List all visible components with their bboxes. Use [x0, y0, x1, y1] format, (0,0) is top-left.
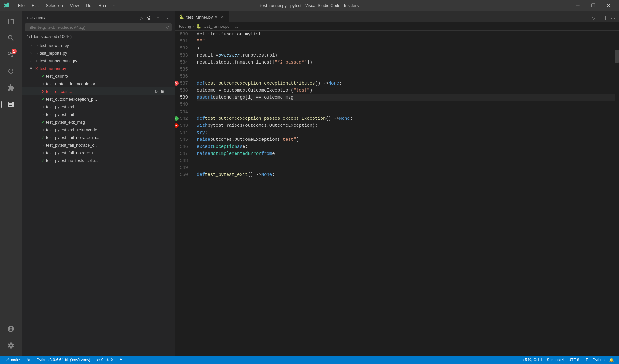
status-sync[interactable]: ↻	[25, 356, 32, 364]
run-all-tests-button[interactable]: ▷	[138, 14, 145, 21]
split-editor-button[interactable]	[599, 14, 607, 22]
status-notifications[interactable]: 🔔	[607, 358, 616, 362]
filter-icon[interactable]: ▽	[166, 25, 169, 30]
tree-item-test-pytest-fail[interactable]: ○ test_pytest_fail	[22, 110, 175, 118]
tree-item-test-pytest-no-tests[interactable]: ✓ test_pytest_no_tests_colle...	[22, 156, 175, 164]
code-editor[interactable]: 530 531 532 533 534 535	[175, 31, 619, 356]
activity-bar: 1	[0, 11, 22, 356]
activity-item-explorer[interactable]	[3, 14, 19, 29]
status-eol[interactable]: LF	[582, 358, 590, 362]
tree-item-label: test_pytest_fail_notrace_c...	[46, 143, 175, 148]
gutter-541: 541	[175, 108, 190, 115]
status-icon: ○	[34, 44, 40, 47]
tree-item-label: test_outcom...	[46, 89, 154, 94]
python-file-icon: 🐍	[179, 14, 184, 19]
activity-item-account[interactable]	[3, 321, 19, 337]
more-tab-actions-button[interactable]: ···	[609, 14, 617, 22]
tab-test-runner[interactable]: 🐍 test_runner.py M ✕	[175, 11, 229, 22]
chevron-icon: ∨	[28, 66, 34, 71]
fail-status-icon: ✕	[34, 66, 40, 71]
debug-all-tests-button[interactable]	[146, 14, 153, 21]
line-num-531: 531	[180, 38, 188, 45]
more-actions-button[interactable]: ···	[163, 14, 170, 21]
tree-item-test-runner-xunit[interactable]: › ○ test_runner_xunit.py	[22, 57, 175, 64]
tree-item-test-outcom[interactable]: ✕ test_outcom... ▷ ⬚	[22, 87, 175, 95]
breadcrumb-workspace[interactable]: testing	[179, 24, 191, 29]
gutter-540: 540	[175, 101, 190, 108]
tree-item-test-reports[interactable]: › ○ test_reports.py	[22, 49, 175, 57]
status-python[interactable]: Python 3.9.6 64-bit ('env': venv)	[35, 356, 92, 364]
line-num-547: 547	[180, 150, 188, 157]
line-num-544: 544	[180, 129, 188, 136]
tab-bar: 🐍 test_runner.py M ✕ ▷ ···	[175, 11, 619, 22]
run-test-button[interactable]: ▷	[154, 88, 159, 94]
status-encoding[interactable]: UTF-8	[567, 358, 581, 362]
tree-item-label: test_pytest_exit	[46, 104, 175, 109]
code-line-546: except Exception as e:	[197, 143, 615, 150]
tree-item-test-pytest-exit-msg[interactable]: ✓ test_pytest_exit_msg	[22, 118, 175, 126]
line-num-549: 549	[180, 164, 188, 171]
tree-item-test-pytest-fail-notrace-ru[interactable]: ✓ test_pytest_fail_notrace_ru...	[22, 133, 175, 141]
activity-item-settings[interactable]	[3, 338, 19, 353]
line-num-533: 533	[180, 52, 188, 59]
maximize-button[interactable]: ❐	[586, 0, 600, 11]
breadcrumb-file[interactable]: test_runner.py	[203, 24, 229, 29]
line-num-530: 530	[180, 31, 188, 38]
activity-item-source-control[interactable]: 1	[3, 47, 19, 62]
menu-go[interactable]: Go	[83, 2, 95, 9]
tab-bar-actions: ▷ ···	[588, 14, 619, 22]
tree-item-test-runner[interactable]: ∨ ✕ test_runner.py	[22, 64, 175, 72]
tree-item-test-callinfo[interactable]: ✓ test_callinfo	[22, 72, 175, 80]
status-errors[interactable]: ⊗ 0 ⚠ 0	[95, 356, 115, 364]
menu-view[interactable]: View	[67, 2, 82, 9]
activity-item-run-debug[interactable]	[3, 64, 19, 79]
code-line-532: )	[197, 45, 615, 52]
gutter-547: 547	[175, 150, 190, 157]
status-spaces[interactable]: Spaces: 4	[545, 358, 566, 362]
minimize-button[interactable]: ─	[570, 0, 585, 11]
activity-item-extensions[interactable]	[3, 80, 19, 95]
tree-item-test-pytest-exit-returncode[interactable]: ○ test_pytest_exit_returncode	[22, 126, 175, 133]
status-cursor-pos[interactable]: Ln 540, Col 1	[518, 358, 544, 362]
breadcrumb-more[interactable]: ...	[235, 24, 238, 29]
close-button[interactable]: ✕	[601, 0, 616, 11]
editor-scrollbar[interactable]	[615, 31, 619, 356]
status-branch[interactable]: ⎇ main*	[3, 356, 23, 364]
line-num-545: 545	[180, 136, 188, 143]
line-num-548: 548	[180, 157, 188, 164]
gutter-539: 539	[175, 94, 190, 101]
menu-more[interactable]: ···	[110, 2, 120, 9]
status-icon: ○	[34, 59, 40, 63]
line-num-546: 546	[180, 143, 188, 150]
filter-input[interactable]	[27, 25, 166, 30]
code-content[interactable]: del item.function.mylist """ ) result = …	[194, 31, 615, 356]
line-num-541: 541	[180, 108, 188, 115]
run-file-button[interactable]: ▷	[590, 14, 598, 22]
tree-item-test-outcomeexception-p[interactable]: ✓ test_outcomeexception_p...	[22, 95, 175, 103]
menu-run[interactable]: Run	[95, 2, 109, 9]
tree-item-label: test_recwarn.py	[40, 43, 175, 48]
status-debug[interactable]: ⚑	[117, 356, 125, 364]
refresh-tests-button[interactable]: ↕	[154, 14, 161, 21]
gutter-532: 532	[175, 45, 190, 52]
activity-item-search[interactable]	[3, 30, 19, 46]
filter-bar: ▽	[25, 23, 172, 31]
activity-item-testing[interactable]	[3, 97, 19, 112]
menu-selection[interactable]: Selection	[43, 2, 66, 9]
editor-area: 🐍 test_runner.py M ✕ ▷ ··· testing › 🐍 t…	[175, 11, 619, 356]
code-line-550: def test_pytest_exit() -> None:	[197, 171, 615, 178]
status-language[interactable]: Python	[591, 358, 607, 362]
tree-item-test-pytest-fail-notrace-c[interactable]: ○ test_pytest_fail_notrace_c...	[22, 141, 175, 149]
tree-item-test-runtest-in-module[interactable]: ○ test_runtest_in_module_or...	[22, 80, 175, 87]
tab-close-button[interactable]: ✕	[220, 14, 225, 20]
debug-test-button[interactable]	[160, 88, 166, 94]
menu-edit[interactable]: Edit	[28, 2, 42, 9]
tree-item-label: test_reports.py	[40, 51, 175, 56]
tree-item-label: test_pytest_exit_msg	[46, 120, 175, 125]
tree-item-test-recwarn[interactable]: › ○ test_recwarn.py	[22, 42, 175, 49]
code-line-530: del item.function.mylist	[197, 31, 615, 38]
tree-item-test-pytest-fail-notrace-n[interactable]: ○ test_pytest_fail_notrace_n...	[22, 149, 175, 156]
menu-file[interactable]: File	[15, 2, 28, 9]
goto-test-button[interactable]: ⬚	[166, 88, 172, 94]
tree-item-test-pytest-exit[interactable]: ○ test_pytest_exit	[22, 103, 175, 110]
